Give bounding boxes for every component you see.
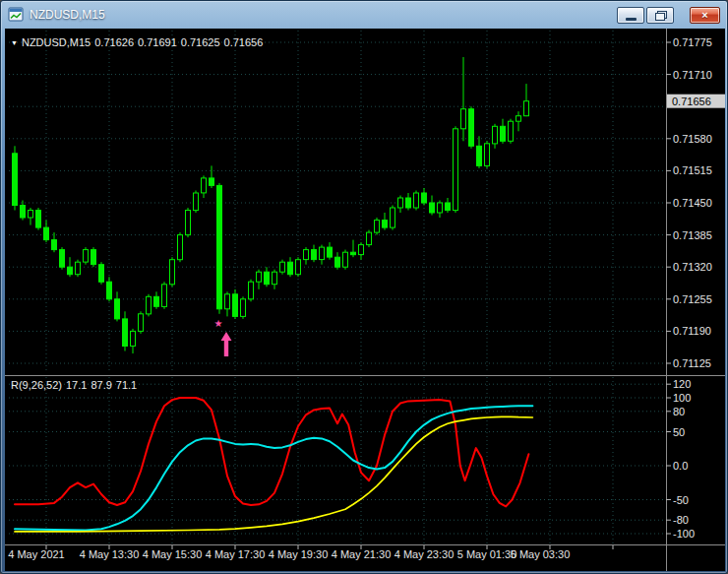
indicator-axis-label: 0.0 [673, 460, 688, 472]
candle [36, 208, 41, 230]
price-axis-label: 0.71125 [673, 357, 711, 369]
candle [265, 267, 270, 287]
indicator-axis-label: 120 [673, 378, 691, 390]
ohlc-close: 0.71656 [224, 36, 264, 48]
price-axis-label: 0.71450 [673, 197, 712, 209]
minimize-icon [626, 18, 637, 21]
candle [194, 191, 199, 214]
candle [123, 311, 128, 351]
candle [210, 165, 214, 188]
candle [178, 232, 183, 262]
candle [60, 247, 65, 270]
candle [202, 175, 207, 198]
indicator-axis-label: 80 [673, 406, 685, 417]
candle [320, 245, 325, 265]
candle [391, 206, 395, 230]
time-axis-label: 5 May 03:30 [511, 548, 571, 560]
ohlc-symbol: NZDUSD,M15 [22, 36, 91, 48]
candle [461, 57, 466, 141]
candle [430, 196, 435, 216]
candle [154, 291, 159, 309]
chart-client-area[interactable]: ▼NZDUSD,M150.716260.716910.716250.71656 … [5, 29, 725, 571]
candle [99, 262, 104, 285]
candle [501, 119, 506, 144]
window-titlebar[interactable]: NZDUSD,M15 × [1, 1, 727, 29]
time-axis-label: 4 May 15:30 [143, 548, 203, 560]
candle [398, 196, 403, 214]
buy-arrow [221, 332, 232, 356]
time-axis-label: 4 May 23:30 [394, 548, 455, 560]
window-title: NZDUSD,M15 [30, 8, 105, 22]
indicator-axis-label: -80 [673, 514, 689, 526]
ohlc-low: 0.71625 [181, 36, 220, 48]
candle [52, 232, 57, 252]
candle [485, 141, 490, 168]
candle [509, 119, 514, 144]
time-axis-label: 5 May 01:30 [457, 548, 517, 560]
candle [241, 296, 246, 319]
time-scale[interactable]: 4 May 20214 May 13:304 May 15:304 May 17… [8, 545, 613, 560]
chart-ohlc-header: ▼NZDUSD,M150.716260.716910.716250.71656 [11, 36, 267, 48]
restore-icon [655, 11, 667, 21]
candle [359, 242, 364, 260]
candlesticks [13, 57, 529, 353]
rci-52-line [15, 416, 532, 532]
candle [21, 201, 26, 221]
candle [516, 111, 521, 131]
indicator-scale[interactable]: 12010080500.0-50-80-100 [666, 378, 695, 540]
star-marker: ★ [214, 318, 223, 329]
chart-menu-icon[interactable]: ▼ [11, 39, 18, 46]
price-scale[interactable]: 0.717750.717100.715800.715150.714500.713… [666, 36, 725, 369]
candle [139, 311, 144, 334]
candle [351, 240, 356, 258]
candle [477, 136, 482, 168]
candle [288, 257, 293, 277]
candle [29, 208, 33, 225]
candle [44, 221, 49, 243]
time-axis-label: 4 May 17:30 [206, 548, 266, 560]
candle [84, 247, 89, 265]
current-price-label: 0.71656 [672, 96, 711, 107]
candle [524, 84, 529, 116]
close-icon: × [691, 8, 719, 23]
candle [375, 218, 380, 235]
candle [107, 277, 112, 301]
restore-button[interactable] [646, 7, 674, 24]
rci-9-line [15, 398, 528, 506]
candle [383, 213, 388, 230]
window-controls: × [617, 7, 720, 24]
minimize-button[interactable] [617, 7, 644, 24]
candle [115, 291, 120, 321]
candle [249, 280, 254, 302]
candle [406, 193, 411, 211]
price-axis-label: 0.71255 [673, 293, 712, 305]
candle [170, 257, 175, 287]
close-button[interactable]: × [690, 7, 720, 24]
price-chart[interactable]: ★0.717750.717100.715800.715150.714500.71… [5, 29, 725, 571]
candle [13, 146, 18, 210]
candle [304, 247, 309, 265]
candle [91, 247, 96, 267]
candle [257, 270, 262, 289]
candle [76, 260, 81, 278]
indicator-axis-label: -50 [673, 494, 689, 506]
chart-window-icon [8, 7, 24, 23]
candle [414, 191, 419, 211]
oscillator-lines [15, 398, 532, 532]
ohlc-open: 0.71626 [94, 36, 134, 48]
candle [186, 208, 191, 237]
indicator-value-1: 17.1 [66, 379, 87, 391]
candle [454, 126, 458, 213]
indicator-value-2: 87.9 [91, 379, 111, 391]
candle [446, 198, 451, 213]
ohlc-high: 0.71691 [138, 36, 177, 48]
candle [343, 250, 348, 270]
candle [335, 252, 340, 270]
candle [233, 289, 238, 319]
price-axis-label: 0.71710 [673, 69, 712, 81]
price-axis-label: 0.71190 [673, 325, 711, 337]
indicator-axis-label: -100 [673, 528, 695, 540]
indicator-name: R(9,26,52) [11, 379, 62, 391]
indicator-axis-label: 100 [673, 392, 691, 404]
price-axis-label: 0.71515 [673, 164, 712, 176]
